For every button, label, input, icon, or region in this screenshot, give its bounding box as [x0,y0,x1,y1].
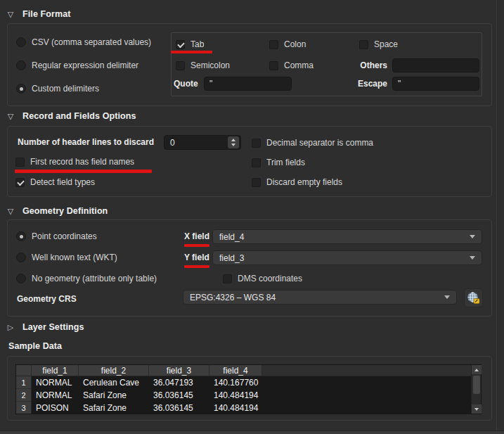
crs-combobox[interactable]: EPSG:4326 – WGS 84 [183,290,457,305]
section-header-file-format[interactable]: ▽ File Format [6,8,70,20]
radio-no-geometry-circle[interactable] [16,274,26,283]
space-checkbox-box[interactable] [359,40,368,49]
trim-fields-checkbox-box[interactable] [252,158,261,167]
select-crs-button[interactable] [464,288,483,307]
column-header: field_3 [149,365,209,376]
table-cell: POISON [32,402,79,414]
table-cell: 140.484194 [209,402,262,414]
quote-input[interactable] [204,77,292,91]
table-cell: NORMAL [32,389,79,402]
checkbox-semicolon[interactable]: Semicolon [176,59,230,72]
tab-checkbox-box[interactable] [176,40,185,49]
section-title: Record and Fields Options [22,111,136,121]
table-cell: Safari Zone [79,389,149,402]
expanded-triangle-icon: ▽ [6,207,15,216]
radio-csv-circle[interactable] [16,37,26,47]
scroll-down-button[interactable] [472,404,482,414]
sample-data-title: Sample Data [8,341,62,351]
checkbox-tab[interactable]: Tab [176,38,204,51]
checkbox-comma[interactable]: Comma [269,59,314,72]
radio-custom-delimiters[interactable]: Custom delimiters [16,82,99,95]
row-number: 2 [16,389,32,402]
first-record-checkbox-box[interactable] [15,158,25,167]
annotation-underline-x-field [184,244,209,247]
chevron-down-icon [444,295,450,299]
comma-checkbox-box[interactable] [269,61,278,70]
radio-point-coordinates[interactable]: Point coordinates [16,230,97,243]
checkbox-detect-field-types[interactable]: Detect field types [15,176,95,189]
crs-value: EPSG:4326 – WGS 84 [190,293,276,302]
table-cell: Safari Zone [79,402,149,414]
table-cell: 36.036145 [149,389,209,402]
y-field-label: Y field [184,253,209,262]
escape-label-row: Escape [348,77,387,90]
radio-no-geometry-label: No geometry (attribute only table) [32,274,157,283]
radio-wkt-label: Well known text (WKT) [32,253,117,262]
section-title: File Format [22,9,70,19]
table-row: 3 POISON Safari Zone 36.036145 140.48419… [16,402,471,414]
checkbox-first-record-names[interactable]: First record has field names [15,155,134,168]
spin-down-icon[interactable] [231,143,235,146]
row-filler [262,376,471,389]
decimal-comma-checkbox-box[interactable] [252,139,261,148]
semicolon-checkbox-box[interactable] [176,61,185,70]
globe-crs-icon [467,291,480,305]
radio-custom-circle[interactable] [16,84,26,94]
checkbox-trim-fields[interactable]: Trim fields [252,156,305,169]
radio-no-geometry[interactable]: No geometry (attribute only table) [16,272,157,285]
escape-input[interactable] [392,77,479,91]
scroll-up-icon [474,369,479,371]
y-field-combobox[interactable]: field_3 [212,250,482,265]
annotation-underline-tab [171,51,212,53]
chevron-down-icon [470,235,475,238]
expanded-triangle-icon: ▽ [6,112,15,121]
decimal-comma-label: Decimal separator is comma [266,138,373,148]
radio-regex-circle[interactable] [16,60,26,70]
table-row: 1 NORMAL Cerulean Cave 36.047193 140.167… [16,376,471,389]
bottom-divider-strip [0,430,504,434]
others-input[interactable] [392,58,479,72]
section-header-geometry[interactable]: ▽ Geometry Definition [6,205,108,217]
spinbox-value: 0 [164,138,228,148]
checkbox-decimal-comma[interactable]: Decimal separator is comma [252,136,373,149]
dms-label: DMS coordinates [238,274,302,283]
row-filler [262,389,471,402]
checkbox-space[interactable]: Space [359,38,398,51]
y-field-label-row: Y field [184,251,209,264]
discard-empty-checkbox-box[interactable] [252,178,261,187]
dms-checkbox-box[interactable] [223,274,232,283]
radio-point-circle[interactable] [16,231,26,241]
scroll-up-button[interactable] [472,365,482,374]
detect-types-checkbox-box[interactable] [15,178,25,187]
radio-wkt-circle[interactable] [16,253,26,262]
radio-csv[interactable]: CSV (comma separated values) [16,36,151,49]
colon-checkbox-box[interactable] [269,40,278,49]
y-field-value: field_3 [219,253,244,263]
space-label: Space [374,39,398,49]
chevron-down-icon [470,256,475,260]
header-lines-spinbox[interactable]: 0 [164,135,241,150]
radio-regex-label: Regular expression delimiter [32,60,138,70]
x-field-combobox[interactable]: field_4 [212,229,482,244]
checkbox-dms-coordinates[interactable]: DMS coordinates [223,272,302,285]
checkbox-colon[interactable]: Colon [269,38,306,51]
table-corner-cell [16,365,32,376]
radio-regex[interactable]: Regular expression delimiter [16,59,138,72]
checkbox-discard-empty[interactable]: Discard empty fields [252,176,342,189]
table-cell: NORMAL [32,376,79,389]
semicolon-label: Semicolon [190,60,230,70]
spinbox-steppers[interactable] [228,136,239,148]
header-lines-label: Number of header lines to discard [18,137,154,147]
quote-label: Quote [174,79,198,89]
table-header-row: field_1 field_2 field_3 field_4 [16,365,471,376]
escape-label: Escape [358,79,387,89]
scrollbar-thumb[interactable] [473,376,480,394]
discard-empty-label: Discard empty fields [266,177,342,187]
radio-wkt[interactable]: Well known text (WKT) [16,251,117,264]
section-header-layer-settings[interactable]: ▷ Layer Settings [6,321,84,333]
others-label: Others [360,60,387,70]
section-header-record-options[interactable]: ▽ Record and Fields Options [6,110,136,122]
spin-up-icon[interactable] [231,139,235,141]
table-scrollbar[interactable] [471,365,481,414]
right-edge-divider [496,0,497,434]
